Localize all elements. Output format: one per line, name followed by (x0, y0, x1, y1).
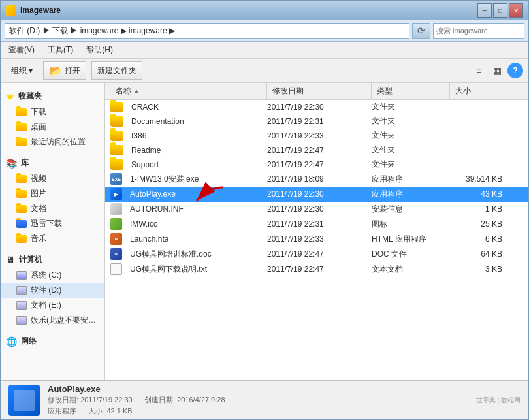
refresh-icon: ⟳ (417, 25, 425, 36)
status-icon-inner (14, 390, 35, 411)
view-mode-button[interactable]: ≡ (471, 63, 487, 78)
folder-icon (16, 108, 27, 116)
sidebar-label: 系统 (C:) (31, 270, 61, 281)
library-label: 库 (21, 157, 29, 169)
computer-icon: 🖥 (6, 255, 15, 265)
search-input[interactable] (436, 27, 526, 35)
menu-tools[interactable]: 工具(T) (45, 43, 76, 57)
favorites-label: 收藏夹 (18, 91, 42, 102)
sidebar-label: 视频 (31, 173, 46, 184)
sidebar-item-documents[interactable]: 文档 (1, 201, 104, 216)
col-header-type[interactable]: 类型 (372, 83, 450, 99)
table-row[interactable]: H Launch.hta 2011/7/19 22:33 HTML 应用程序 6… (105, 232, 528, 247)
folder-icon (16, 175, 27, 183)
sidebar-label: 下载 (31, 106, 46, 118)
table-row[interactable]: IMW.ico 2011/7/19 22:31 图标 25 KB (105, 217, 528, 232)
status-type: 应用程序 大小: 42.1 KB (48, 406, 225, 416)
col-header-date[interactable]: 修改日期 (267, 83, 372, 99)
path-text: 软件 (D:) ▶ 下载 ▶ imageware ▶ imageware ▶ (9, 25, 175, 37)
library-icon: 📚 (6, 158, 17, 169)
folder-icon (16, 190, 27, 198)
toolbar: 组织 ▾ 📂 打开 新建文件夹 ≡ ▦ ? (1, 59, 528, 83)
col-header-name[interactable]: 名称 ▲ (110, 83, 267, 99)
network-label: 网络 (21, 336, 37, 347)
sidebar-item-pictures[interactable]: 图片 (1, 186, 104, 201)
network-section: 🌐 网络 (1, 333, 104, 349)
table-row[interactable]: Support 2011/7/19 22:47 文件夹 (105, 157, 528, 172)
sidebar-label: 最近访问的位置 (31, 137, 86, 148)
sidebar-item-e-drive[interactable]: 文档 (E:) (1, 298, 104, 313)
sidebar-item-xunlei[interactable]: 迅雷下载 (1, 216, 104, 231)
help-button[interactable]: ? (507, 63, 523, 78)
create-date: 2016/4/27 9:28 (177, 396, 225, 404)
star-icon: ★ (6, 91, 14, 102)
file-list-body: CRACK 2011/7/19 22:30 文件夹 Documentation … (105, 100, 528, 277)
layout-button[interactable]: ▦ (489, 63, 505, 78)
file-name: 1-IMW13.0安装.exe (130, 174, 199, 185)
new-folder-button[interactable]: 新建文件夹 (91, 61, 142, 80)
sidebar-item-desktop[interactable]: 桌面 (1, 120, 104, 135)
refresh-button[interactable]: ⟳ (412, 23, 430, 39)
organize-button[interactable]: 组织 ▾ (6, 63, 38, 79)
sidebar-label: 图片 (31, 188, 46, 199)
table-row[interactable]: W UG模具网培训标准.doc 2011/7/19 22:47 DOC 文件 6… (105, 247, 528, 262)
close-button[interactable]: ✕ (509, 3, 523, 18)
sidebar-item-c-drive[interactable]: 系统 (C:) (1, 268, 104, 283)
open-icon: 📂 (49, 65, 62, 77)
drive-icon (16, 316, 27, 325)
window-title: imageware (20, 6, 61, 15)
table-row[interactable]: CRACK 2011/7/19 22:30 文件夹 (105, 100, 528, 114)
sidebar-label: 文档 (E:) (31, 300, 61, 311)
computer-section: 🖥 计算机 系统 (C:) 软件 (D:) 文档 (E:) 娱乐( (1, 251, 104, 328)
sidebar-item-music[interactable]: 音乐 (1, 231, 104, 246)
minimize-button[interactable]: ─ (477, 3, 492, 18)
file-name: Documentation (131, 117, 184, 126)
file-list: 名称 ▲ 修改日期 类型 大小 (105, 83, 528, 380)
menu-view[interactable]: 查看(V) (6, 43, 37, 57)
sidebar-item-d-drive[interactable]: 软件 (D:) (1, 283, 104, 298)
file-name: AutoPlay.exe (130, 189, 176, 199)
open-button[interactable]: 📂 打开 (43, 61, 86, 80)
computer-header[interactable]: 🖥 计算机 (1, 251, 104, 268)
sidebar-label: 娱乐(此盘不要安装任何软件)(F:) (31, 315, 96, 326)
table-row[interactable]: Readme 2011/7/19 22:47 文件夹 (105, 143, 528, 157)
col-size-label: 大小 (455, 86, 471, 97)
sidebar-item-f-drive[interactable]: 娱乐(此盘不要安装任何软件)(F:) (1, 313, 104, 328)
status-bar: AutoPlay.exe 修改日期: 2011/7/19 22:30 创建日期:… (1, 380, 528, 419)
table-row[interactable]: ▶ AutoPlay.exe 2011/7/19 22:30 应用程序 43 K… (105, 187, 528, 202)
library-header[interactable]: 📚 库 (1, 155, 104, 171)
col-header-size[interactable]: 大小 (450, 83, 502, 99)
file-name: IMW.ico (130, 219, 158, 229)
table-row[interactable]: I386 2011/7/19 22:33 文件夹 (105, 129, 528, 143)
toolbar-right: ≡ ▦ ? (471, 63, 523, 78)
window-icon (6, 5, 16, 16)
table-row[interactable]: EXE 1-IMW13.0安装.exe 2011/7/19 18:09 应用程序… (105, 172, 528, 187)
window: imageware ─ □ ✕ 软件 (D:) ▶ 下载 ▶ imageware… (0, 0, 529, 420)
menu-help[interactable]: 帮助(H) (84, 43, 116, 57)
file-name: UG模具网下载说明.txt (130, 264, 207, 275)
title-bar-left: imageware (6, 5, 61, 16)
file-name: CRACK (131, 103, 159, 112)
sidebar-item-recent[interactable]: 最近访问的位置 (1, 135, 104, 150)
file-name: Support (131, 160, 159, 169)
sidebar: ★ 收藏夹 下载 桌面 最近访问的位置 📚 (1, 83, 105, 380)
folder-icon (16, 205, 27, 213)
file-list-header: 名称 ▲ 修改日期 类型 大小 (105, 83, 528, 100)
favorites-header[interactable]: ★ 收藏夹 (1, 88, 104, 105)
table-row[interactable]: Documentation 2011/7/19 22:31 文件夹 (105, 114, 528, 129)
table-row[interactable]: AUTORUN.INF 2011/7/19 22:30 安装信息 1 KB (105, 202, 528, 217)
drive-icon (16, 286, 27, 295)
network-header[interactable]: 🌐 网络 (1, 333, 104, 349)
maximize-button[interactable]: □ (493, 3, 507, 18)
size-value: 42.1 KB (106, 407, 132, 415)
sidebar-item-download[interactable]: 下载 (1, 105, 104, 120)
library-section: 📚 库 视频 图片 文档 迅雷下载 (1, 155, 104, 246)
table-row[interactable]: UG模具网下载说明.txt 2011/7/19 22:47 文本文档 3 KB (105, 262, 528, 277)
folder-icon (16, 220, 27, 228)
file-name: I386 (131, 131, 146, 140)
address-path[interactable]: 软件 (D:) ▶ 下载 ▶ imageware ▶ imageware ▶ (5, 23, 409, 39)
file-name: Launch.hta (130, 234, 168, 244)
sidebar-item-video[interactable]: 视频 (1, 171, 104, 186)
sidebar-label: 文档 (31, 203, 46, 214)
sidebar-label: 迅雷下载 (31, 218, 62, 229)
